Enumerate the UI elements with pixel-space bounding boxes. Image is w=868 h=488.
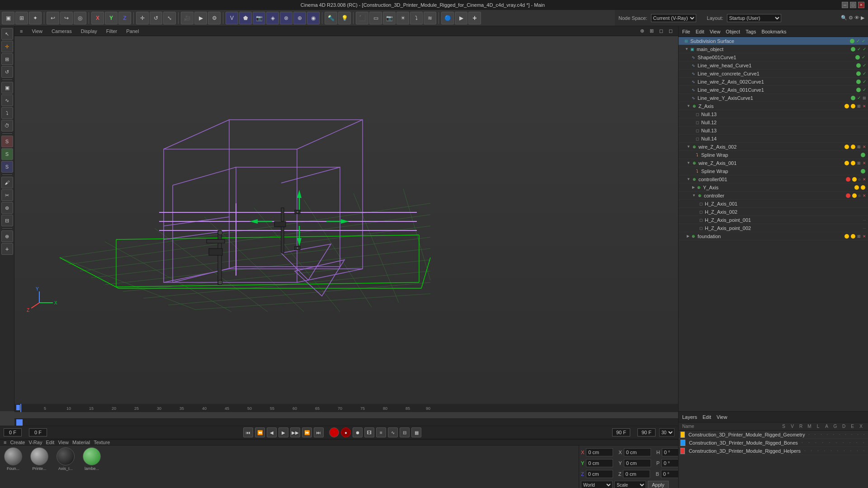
- end-frame-input[interactable]: [612, 428, 630, 436]
- render-button[interactable]: ▶: [194, 12, 207, 24]
- lt-s1[interactable]: S: [1, 136, 13, 147]
- field-btn[interactable]: ≋: [424, 12, 436, 24]
- scene-btn1[interactable]: 🔦: [325, 12, 337, 24]
- model-mode-button[interactable]: ▣: [2, 12, 14, 24]
- vp-cameras[interactable]: Cameras: [50, 28, 74, 35]
- tree-hz002[interactable]: ◻ H_Z_Axis_002: [679, 208, 868, 216]
- auto-key-btn[interactable]: ⏺: [353, 427, 363, 437]
- layer-helpers[interactable]: Construction_3D_Printer_Module_Rigged_He…: [679, 447, 868, 455]
- vp-panel[interactable]: Panel: [124, 28, 141, 35]
- lt-s2[interactable]: S: [1, 148, 13, 160]
- goto-start-btn[interactable]: ⏮: [243, 427, 253, 437]
- lt-pointer[interactable]: ↖: [1, 28, 13, 40]
- coord-sz-input[interactable]: [623, 470, 650, 478]
- tree-wire-z001[interactable]: ▼ ⊕ wire_Z_Axis_001 ⊠ ✕: [679, 159, 868, 167]
- lt-s3[interactable]: S: [1, 161, 13, 173]
- current-frame-input[interactable]: [29, 428, 47, 436]
- light-btn2[interactable]: ☀: [396, 12, 409, 24]
- layers-edit[interactable]: Edit: [703, 414, 711, 420]
- obj-manager-bookmarks[interactable]: Bookmarks: [761, 29, 786, 34]
- cube-btn[interactable]: ⬛: [356, 12, 368, 24]
- tree-line-concrete[interactable]: ∿ Line_wire_concrete_Curve1 ✓: [679, 70, 868, 78]
- coord-h-input[interactable]: [662, 448, 680, 456]
- vray-mat-btn[interactable]: ◈: [266, 12, 279, 24]
- layers-label[interactable]: Layers: [682, 414, 697, 420]
- minimize-button[interactable]: ─: [842, 2, 848, 8]
- curve-btn[interactable]: ∿: [388, 427, 398, 437]
- mat-edit[interactable]: Edit: [46, 440, 54, 445]
- layers-view[interactable]: View: [717, 414, 727, 420]
- lt-scale[interactable]: ⊞: [1, 53, 13, 65]
- mesh-mode-button[interactable]: ⊞: [15, 12, 28, 24]
- timeline-track[interactable]: [14, 418, 678, 426]
- tree-controller001[interactable]: ▼ ⊕ controller001 ○ ✕: [679, 175, 868, 183]
- play-btn[interactable]: ▶: [278, 427, 288, 437]
- redo-button[interactable]: ↪: [60, 12, 73, 24]
- vp-icon4[interactable]: ◻: [667, 27, 675, 35]
- vp-filter[interactable]: Filter: [104, 28, 119, 35]
- cam-btn2[interactable]: 📷: [383, 12, 396, 24]
- lt-rotate[interactable]: ↺: [1, 66, 13, 78]
- add-btn[interactable]: +: [468, 12, 481, 24]
- obj-manager-view[interactable]: View: [710, 29, 721, 34]
- play-back-btn[interactable]: ◀: [267, 427, 277, 437]
- tree-wire-z002[interactable]: ▼ ⊕ wire_Z_Axis_002 ⊠ ✕: [679, 143, 868, 151]
- next-key-btn[interactable]: ⏩: [302, 427, 312, 437]
- layer-geometry[interactable]: Construction_3D_Printer_Module_Rigged_Ge…: [679, 431, 868, 439]
- vp-icon1[interactable]: ⊕: [638, 27, 646, 35]
- vray-cam-btn[interactable]: 📷: [253, 12, 265, 24]
- vray-extra1[interactable]: ⊗: [280, 12, 292, 24]
- tree-splinewrap1[interactable]: ⤵ Spline Wrap: [679, 151, 868, 159]
- rotate-tool[interactable]: ↺: [150, 12, 162, 24]
- scale-tool[interactable]: ⤡: [163, 12, 176, 24]
- keyframe-red-btn[interactable]: [329, 427, 339, 437]
- fps-input[interactable]: [637, 428, 656, 436]
- lt-mirror[interactable]: ⊟: [1, 215, 13, 226]
- vray-sphere-btn[interactable]: V: [226, 12, 238, 24]
- undo-button[interactable]: ↩: [47, 12, 59, 24]
- material-lambe[interactable]: lambe...: [80, 447, 103, 488]
- coord-sx-input[interactable]: [624, 448, 651, 456]
- z-axis-button[interactable]: Z: [118, 12, 131, 24]
- live-select-button[interactable]: ◎: [74, 12, 86, 24]
- powerslider-btn[interactable]: ⊟: [400, 427, 410, 437]
- coord-apply-button[interactable]: Apply: [648, 481, 669, 488]
- coord-b-input[interactable]: [661, 470, 679, 478]
- vp-icon2[interactable]: ⊞: [648, 27, 656, 35]
- vp-menu-icon[interactable]: ≡: [18, 28, 24, 35]
- play-fwd-btn[interactable]: ▶▶: [290, 427, 300, 437]
- layer-track-btn[interactable]: ▦: [411, 427, 421, 437]
- fps-select[interactable]: 30 24 25: [659, 428, 675, 436]
- obj-manager-tags[interactable]: Tags: [745, 29, 756, 34]
- maximize-button[interactable]: □: [850, 2, 856, 8]
- lt-add[interactable]: +: [1, 243, 13, 255]
- move-tool[interactable]: ✛: [136, 12, 149, 24]
- layout-select[interactable]: Startup (User): [727, 14, 781, 22]
- coord-sy-input[interactable]: [624, 459, 651, 467]
- mat-material[interactable]: Material: [72, 440, 90, 445]
- render-preview[interactable]: 🎥: [181, 12, 193, 24]
- tree-z-axis[interactable]: ▼ ⊕ Z_Axis ⊠ ✕: [679, 102, 868, 110]
- mat-texture[interactable]: Texture: [94, 440, 110, 445]
- tree-null12[interactable]: ◻ Null.12: [679, 118, 868, 127]
- scene-btn2[interactable]: 💡: [338, 12, 351, 24]
- tree-shape001[interactable]: ∿ Shape001Curve1 ✓: [679, 53, 868, 61]
- mat-menu-icon[interactable]: ≡: [4, 440, 6, 445]
- deform-btn[interactable]: ⤵: [410, 12, 423, 24]
- tree-null13b[interactable]: ◻ Null.13: [679, 127, 868, 135]
- scene-extra1[interactable]: 🔵: [441, 12, 454, 24]
- record-btn[interactable]: ●: [341, 427, 351, 437]
- tree-splinewrap2[interactable]: ⤵ Spline Wrap: [679, 167, 868, 175]
- tree-main-object[interactable]: ▼ ▣ main_object ✓ ✓: [679, 45, 868, 53]
- scene-extra2[interactable]: ▶: [455, 12, 467, 24]
- lt-spline[interactable]: ∿: [1, 94, 13, 106]
- material-printe[interactable]: Printe...: [28, 447, 51, 488]
- coord-world-select[interactable]: World Object: [581, 481, 613, 488]
- lt-move[interactable]: ✛: [1, 41, 13, 52]
- lt-deform[interactable]: ⤵: [1, 107, 13, 119]
- tree-y-axis[interactable]: ▶ ⊕ Y_Axis: [679, 183, 868, 192]
- render-settings[interactable]: ⚙: [208, 12, 221, 24]
- obj-manager-edit[interactable]: Edit: [696, 29, 704, 34]
- obj-manager-file[interactable]: File: [682, 29, 690, 34]
- tree-null13a[interactable]: ◻ Null.13: [679, 110, 868, 118]
